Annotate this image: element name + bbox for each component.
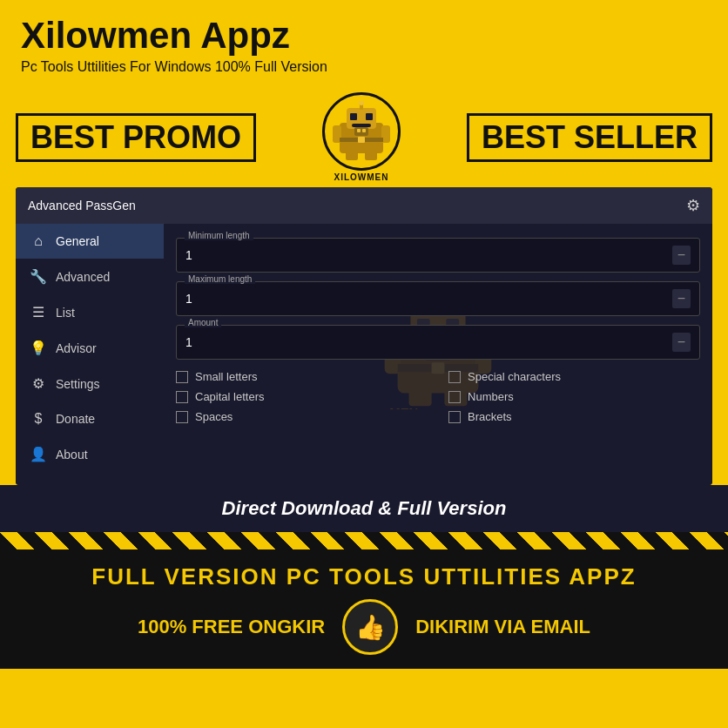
max-length-field: Maximum length 1 −: [176, 281, 700, 316]
checkbox-row-2: Capital letters Numbers: [176, 390, 700, 403]
checkbox-numbers-box[interactable]: [448, 391, 461, 403]
svg-point-6: [359, 101, 364, 105]
promo-right-badge: BEST SELLER: [467, 113, 712, 162]
stripes-divider: [0, 532, 728, 549]
footer-line2: 100% FREE ONGKIR 👍 DIKIRIM VIA EMAIL: [21, 599, 707, 655]
checkbox-brackets-box[interactable]: [448, 411, 461, 423]
sidebar-item-advisor[interactable]: 💡 Advisor: [16, 330, 164, 366]
gear-icon: ⚙: [30, 375, 47, 392]
checkbox-numbers-label: Numbers: [468, 390, 514, 403]
sidebar-label-advisor: Advisor: [56, 341, 97, 355]
checkboxes-section: Small letters Special characters Capital…: [176, 370, 700, 423]
sidebar-label-donate: Donate: [56, 412, 95, 426]
app-titlebar-text: Advanced PassGen: [28, 199, 136, 212]
app-body: ⌂ General 🔧 Advanced ☰ List 💡 Advisor ⚙ …: [16, 224, 712, 485]
checkbox-capital-letters-label: Capital letters: [195, 390, 264, 403]
promo-row: BEST PROMO: [0, 84, 728, 182]
checkbox-small-letters-label: Small letters: [195, 370, 258, 383]
checkbox-brackets[interactable]: Brackets: [448, 410, 700, 423]
robot-icon: [331, 101, 392, 162]
footer-section: FULL VERSION PC TOOLS UTTILITIES APPZ 10…: [0, 549, 728, 669]
amount-value: 1: [185, 335, 672, 349]
sidebar-item-general[interactable]: ⌂ General: [16, 224, 164, 259]
checkbox-capital-letters[interactable]: Capital letters: [176, 390, 428, 403]
checkbox-spaces-box[interactable]: [176, 411, 188, 423]
amount-field: Amount 1 −: [176, 325, 700, 360]
top-section: Xilowmen Appz Pc Tools Uttilities For Wi…: [0, 0, 728, 84]
dollar-icon: $: [30, 411, 47, 427]
min-length-value: 1: [185, 248, 672, 262]
app-titlebar: Advanced PassGen ⚙: [16, 187, 712, 224]
amount-input-row[interactable]: 1 −: [176, 325, 700, 360]
sidebar-label-settings: Settings: [56, 377, 100, 391]
logo-center: XILOWMEN: [322, 92, 401, 182]
checkbox-spaces[interactable]: Spaces: [176, 410, 428, 423]
svg-rect-15: [362, 129, 366, 132]
sidebar-label-about: About: [56, 448, 88, 462]
max-length-value: 1: [185, 292, 672, 306]
checkbox-spaces-label: Spaces: [195, 410, 233, 423]
footer-line1: FULL VERSION PC TOOLS UTTILITIES APPZ: [21, 563, 707, 590]
svg-rect-3: [366, 113, 373, 120]
sidebar-item-settings[interactable]: ⚙ Settings: [16, 366, 164, 401]
min-length-decrement[interactable]: −: [672, 246, 691, 265]
person-icon: 👤: [30, 446, 47, 462]
svg-rect-9: [346, 152, 358, 160]
sidebar-label-advanced: Advanced: [56, 270, 110, 284]
sidebar-label-list: List: [56, 306, 75, 320]
checkbox-special-chars[interactable]: Special characters: [448, 370, 700, 383]
max-length-decrement[interactable]: −: [672, 289, 691, 308]
checkbox-small-letters[interactable]: Small letters: [176, 370, 428, 383]
main-content: MEN Minimum length 1 − Maximum length 1 …: [164, 224, 712, 485]
svg-rect-10: [365, 152, 377, 160]
bottom-banner: Direct Download & Full Version: [0, 485, 728, 532]
wrench-icon: 🔧: [30, 268, 47, 285]
bulb-icon: 💡: [30, 340, 47, 356]
amount-decrement[interactable]: −: [672, 333, 691, 352]
thumbs-up-icon: 👍: [342, 599, 398, 655]
settings-icon[interactable]: ⚙: [686, 196, 700, 215]
checkbox-special-chars-label: Special characters: [468, 370, 561, 383]
footer-text-email: DIKIRIM VIA EMAIL: [415, 616, 590, 638]
checkbox-special-chars-box[interactable]: [448, 371, 461, 383]
svg-rect-14: [357, 129, 361, 132]
app-title: Xilowmen Appz: [21, 16, 707, 56]
checkbox-brackets-label: Brackets: [468, 410, 512, 423]
checkbox-numbers[interactable]: Numbers: [448, 390, 700, 403]
logo-text: XILOWMEN: [334, 172, 388, 182]
sidebar-item-about[interactable]: 👤 About: [16, 436, 164, 472]
list-icon: ☰: [30, 304, 47, 320]
bottom-banner-text: Direct Download & Full Version: [222, 497, 507, 519]
app-window: Advanced PassGen ⚙ ⌂ General 🔧 Advanced …: [16, 187, 712, 485]
max-length-input-row[interactable]: 1 −: [176, 281, 700, 316]
svg-rect-13: [354, 127, 368, 136]
svg-rect-12: [358, 137, 365, 143]
sidebar-item-list[interactable]: ☰ List: [16, 294, 164, 330]
min-length-field: Minimum length 1 −: [176, 238, 700, 273]
checkbox-row-1: Small letters Special characters: [176, 370, 700, 383]
logo-circle: [322, 92, 401, 171]
min-length-input-row[interactable]: 1 −: [176, 238, 700, 273]
footer-text-ongkir: 100% FREE ONGKIR: [138, 616, 325, 638]
home-icon: ⌂: [30, 233, 47, 249]
app-subtitle: Pc Tools Uttilities For Windows 100% Ful…: [21, 59, 707, 75]
promo-left-badge: BEST PROMO: [16, 113, 256, 162]
min-length-label: Minimum length: [185, 231, 253, 240]
sidebar-item-advanced[interactable]: 🔧 Advanced: [16, 259, 164, 294]
checkbox-capital-letters-box[interactable]: [176, 391, 188, 403]
checkbox-small-letters-box[interactable]: [176, 371, 188, 383]
svg-rect-2: [350, 113, 357, 120]
svg-rect-4: [352, 124, 371, 127]
sidebar: ⌂ General 🔧 Advanced ☰ List 💡 Advisor ⚙ …: [16, 224, 164, 485]
max-length-label: Maximum length: [185, 274, 255, 284]
checkbox-row-3: Spaces Brackets: [176, 410, 700, 423]
sidebar-label-general: General: [56, 234, 99, 248]
sidebar-item-donate[interactable]: $ Donate: [16, 401, 164, 436]
amount-label: Amount: [185, 318, 221, 327]
